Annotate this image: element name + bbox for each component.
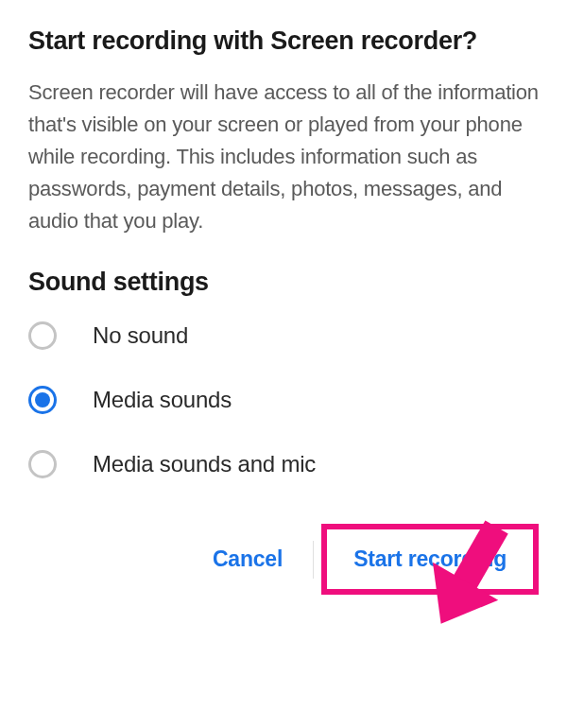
radio-icon-selected — [28, 386, 57, 414]
sound-settings-radio-group: No sound Media sounds Media sounds and m… — [28, 321, 539, 478]
radio-label: No sound — [93, 322, 188, 349]
cancel-button[interactable]: Cancel — [190, 535, 305, 583]
radio-label: Media sounds and mic — [93, 451, 316, 477]
dialog-button-row: Cancel Start recording — [28, 524, 539, 595]
radio-media-sounds[interactable]: Media sounds — [28, 386, 539, 414]
radio-label: Media sounds — [93, 387, 232, 413]
sound-settings-heading: Sound settings — [28, 268, 539, 297]
radio-no-sound[interactable]: No sound — [28, 321, 539, 350]
radio-icon — [28, 450, 57, 478]
start-recording-button[interactable]: Start recording — [331, 535, 529, 583]
button-divider — [313, 541, 314, 579]
dialog-description: Screen recorder will have access to all … — [28, 77, 539, 237]
annotation-highlight-box: Start recording — [321, 524, 539, 595]
radio-media-sounds-and-mic[interactable]: Media sounds and mic — [28, 450, 539, 478]
dialog-title: Start recording with Screen recorder? — [28, 26, 539, 56]
radio-icon — [28, 321, 57, 350]
